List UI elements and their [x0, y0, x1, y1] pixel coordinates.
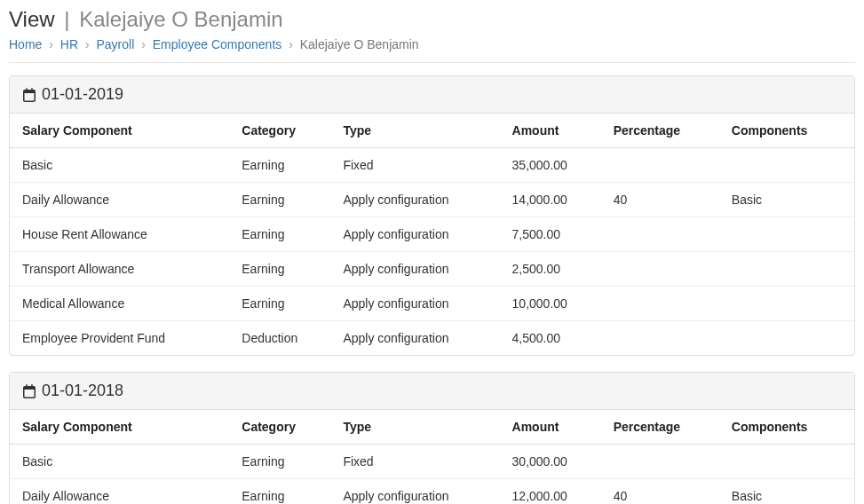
breadcrumb-payroll[interactable]: Payroll [97, 37, 135, 51]
cell-amount: 30,000.00 [500, 445, 601, 479]
cell-components [719, 287, 854, 321]
col-percentage: Percentage [601, 410, 719, 445]
cell-percentage: 40 [601, 183, 719, 217]
breadcrumb-sep: › [49, 37, 53, 51]
col-category: Category [229, 410, 330, 445]
table-row: Basic Earning Fixed 30,000.00 [10, 445, 854, 479]
breadcrumb-current: Kalejaiye O Benjamin [300, 37, 419, 51]
cell-type: Apply configuration [330, 479, 499, 505]
cell-type: Apply configuration [330, 321, 499, 356]
calendar-icon [22, 384, 36, 398]
cell-type: Apply configuration [330, 217, 499, 252]
cell-salary-component: Daily Allowance [10, 183, 229, 217]
period-date: 01-01-2018 [42, 382, 123, 400]
divider [9, 62, 855, 63]
breadcrumb-sep: › [289, 37, 293, 51]
cell-percentage [601, 148, 719, 183]
cell-salary-component: Daily Allowance [10, 479, 229, 505]
cell-components: Basic [719, 183, 854, 217]
cell-amount: 12,000.00 [500, 479, 601, 505]
title-separator: | [64, 7, 69, 31]
table-row: House Rent Allowance Earning Apply confi… [10, 217, 854, 252]
cell-salary-component: Basic [10, 445, 229, 479]
cell-components: Basic [719, 479, 854, 505]
col-amount: Amount [500, 410, 601, 445]
cell-percentage [601, 287, 719, 321]
table-row: Daily Allowance Earning Apply configurat… [10, 183, 854, 217]
cell-category: Earning [229, 148, 330, 183]
cell-components [719, 445, 854, 479]
salary-components-table: Salary Component Category Type Amount Pe… [10, 114, 854, 355]
table-row: Basic Earning Fixed 35,000.00 [10, 148, 854, 183]
col-type: Type [330, 114, 499, 148]
cell-amount: 7,500.00 [500, 217, 601, 252]
table-row: Transport Allowance Earning Apply config… [10, 252, 854, 287]
cell-percentage [601, 252, 719, 287]
breadcrumb-sep: › [141, 37, 146, 51]
cell-category: Earning [229, 183, 330, 217]
col-category: Category [229, 114, 330, 148]
cell-salary-component: Basic [10, 148, 229, 183]
table-header-row: Salary Component Category Type Amount Pe… [10, 114, 854, 148]
cell-components [719, 148, 854, 183]
table-header-row: Salary Component Category Type Amount Pe… [10, 410, 854, 445]
breadcrumb-hr[interactable]: HR [60, 37, 78, 51]
cell-amount: 4,500.00 [500, 321, 601, 356]
cell-type: Fixed [330, 148, 499, 183]
page-header: View | Kalejaiye O Benjamin [9, 7, 855, 32]
cell-salary-component: Medical Allowance [10, 287, 229, 321]
cell-category: Deduction [229, 321, 330, 356]
breadcrumb-employee-components[interactable]: Employee Components [153, 37, 282, 51]
cell-type: Apply configuration [330, 252, 499, 287]
cell-amount: 14,000.00 [500, 183, 601, 217]
panel-heading: 01-01-2019 [10, 76, 854, 114]
table-row: Daily Allowance Earning Apply configurat… [10, 479, 854, 505]
table-row: Medical Allowance Earning Apply configur… [10, 287, 854, 321]
calendar-icon [22, 88, 36, 102]
period-date: 01-01-2019 [42, 85, 123, 104]
title-label: View [9, 7, 55, 31]
cell-category: Earning [229, 287, 330, 321]
cell-percentage [601, 217, 719, 252]
period-panel: 01-01-2018 Salary Component Category Typ… [9, 372, 855, 504]
cell-salary-component: Transport Allowance [10, 252, 229, 287]
title-subtitle: Kalejaiye O Benjamin [79, 7, 282, 31]
col-percentage: Percentage [601, 114, 719, 148]
col-salary-component: Salary Component [10, 410, 229, 445]
cell-type: Fixed [330, 445, 499, 479]
cell-amount: 35,000.00 [500, 148, 601, 183]
cell-category: Earning [229, 217, 330, 252]
cell-salary-component: House Rent Allowance [10, 217, 229, 252]
cell-percentage: 40 [601, 479, 719, 505]
table-row: Employee Provident Fund Deduction Apply … [10, 321, 854, 356]
cell-type: Apply configuration [330, 287, 499, 321]
cell-components [719, 217, 854, 252]
col-components: Components [719, 410, 854, 445]
col-amount: Amount [500, 114, 601, 148]
cell-components [719, 252, 854, 287]
cell-amount: 10,000.00 [500, 287, 601, 321]
cell-percentage [601, 445, 719, 479]
cell-components [719, 321, 854, 356]
cell-category: Earning [229, 445, 330, 479]
col-salary-component: Salary Component [10, 114, 229, 148]
page-title: View | Kalejaiye O Benjamin [9, 7, 855, 32]
breadcrumb: Home › HR › Payroll › Employee Component… [9, 37, 855, 51]
cell-type: Apply configuration [330, 183, 499, 217]
col-type: Type [330, 410, 499, 445]
cell-category: Earning [229, 252, 330, 287]
cell-amount: 2,500.00 [500, 252, 601, 287]
col-components: Components [719, 114, 854, 148]
salary-components-table: Salary Component Category Type Amount Pe… [10, 410, 854, 504]
cell-salary-component: Employee Provident Fund [10, 321, 229, 356]
breadcrumb-home[interactable]: Home [9, 37, 42, 51]
cell-category: Earning [229, 479, 330, 505]
period-panel: 01-01-2019 Salary Component Category Typ… [9, 75, 855, 356]
panel-heading: 01-01-2018 [10, 373, 854, 410]
cell-percentage [601, 321, 719, 356]
breadcrumb-sep: › [85, 37, 90, 51]
